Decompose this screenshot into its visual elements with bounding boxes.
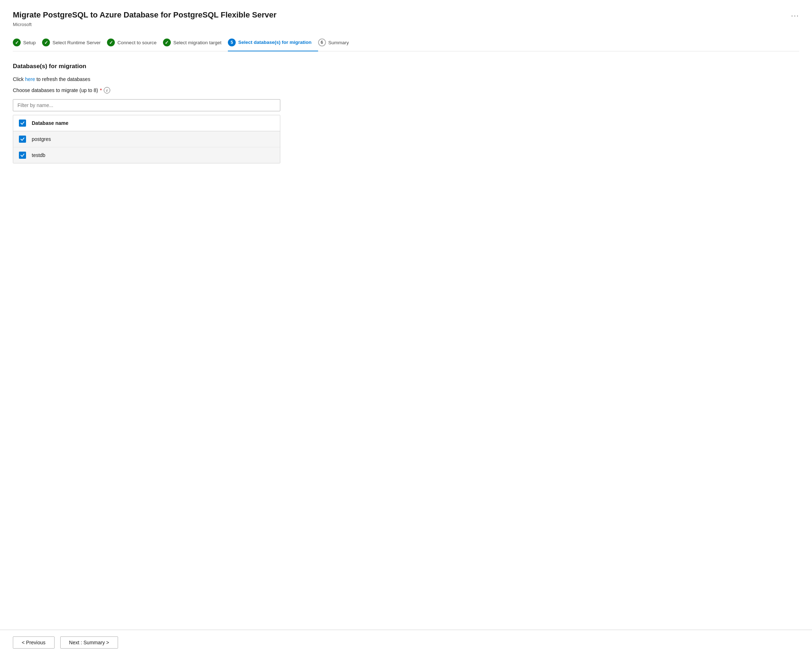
steps-navigation: ✓ Setup ✓ Select Runtime Server ✓ Connec… — [13, 35, 799, 51]
postgres-db-name: postgres — [32, 136, 274, 142]
refresh-row: Click here to refresh the databases — [13, 76, 799, 82]
step-5-circle: 5 — [228, 38, 236, 46]
step-runtime[interactable]: ✓ Select Runtime Server — [42, 35, 107, 51]
required-star: * — [100, 87, 102, 93]
refresh-prefix: Click — [13, 76, 25, 82]
step-1-circle: ✓ — [13, 38, 21, 46]
select-all-checkbox[interactable] — [19, 120, 26, 127]
more-options-icon[interactable]: ··· — [791, 11, 799, 20]
step-2-circle: ✓ — [42, 38, 50, 46]
step-setup[interactable]: ✓ Setup — [13, 35, 42, 51]
step-6-label: Summary — [328, 40, 349, 45]
filter-input-wrapper — [13, 99, 799, 111]
footer: < Previous Next : Summary > — [0, 630, 812, 655]
refresh-suffix: to refresh the databases — [35, 76, 90, 82]
table-row: postgres — [13, 131, 280, 148]
page-title: Migrate PostgreSQL to Azure Database for… — [13, 10, 276, 20]
step-6-number: 6 — [321, 40, 323, 45]
next-button[interactable]: Next : Summary > — [60, 637, 118, 649]
step-4-label: Select migration target — [173, 40, 221, 45]
step-3-label: Connect to source — [117, 40, 157, 45]
step-migration-target[interactable]: ✓ Select migration target — [163, 35, 228, 51]
step-5-label: Select database(s) for migration — [238, 40, 312, 45]
testdb-checkbox[interactable] — [19, 152, 26, 159]
section-title: Database(s) for migration — [13, 63, 799, 70]
previous-button[interactable]: < Previous — [13, 637, 55, 649]
table-header-row: Database name — [13, 115, 280, 131]
step-2-label: Select Runtime Server — [52, 40, 101, 45]
checkmark-icon: ✓ — [15, 40, 19, 45]
postgres-checkbox[interactable] — [19, 135, 26, 143]
info-icon[interactable]: i — [104, 87, 110, 94]
step-5-number: 5 — [231, 40, 233, 45]
checkmark-icon-3: ✓ — [109, 40, 113, 45]
step-4-circle: ✓ — [163, 38, 171, 46]
step-1-label: Setup — [23, 40, 36, 45]
app-subtitle: Microsoft — [13, 22, 799, 27]
choose-label: Choose databases to migrate (up to 8) — [13, 88, 98, 93]
step-summary[interactable]: 6 Summary — [318, 35, 356, 51]
checkmark-icon-4: ✓ — [165, 40, 169, 45]
filter-input[interactable] — [13, 99, 280, 111]
table-row: testdb — [13, 148, 280, 163]
refresh-link[interactable]: here — [25, 76, 35, 82]
step-3-circle: ✓ — [107, 38, 115, 46]
column-database-name: Database name — [32, 120, 274, 126]
step-connect-source[interactable]: ✓ Connect to source — [107, 35, 163, 51]
step-6-circle: 6 — [318, 38, 326, 46]
database-table: Database name postgres testdb — [13, 115, 280, 163]
checkmark-icon-2: ✓ — [44, 40, 48, 45]
choose-databases-row: Choose databases to migrate (up to 8) * … — [13, 87, 799, 94]
step-select-databases[interactable]: 5 Select database(s) for migration — [228, 35, 318, 51]
testdb-db-name: testdb — [32, 152, 274, 158]
